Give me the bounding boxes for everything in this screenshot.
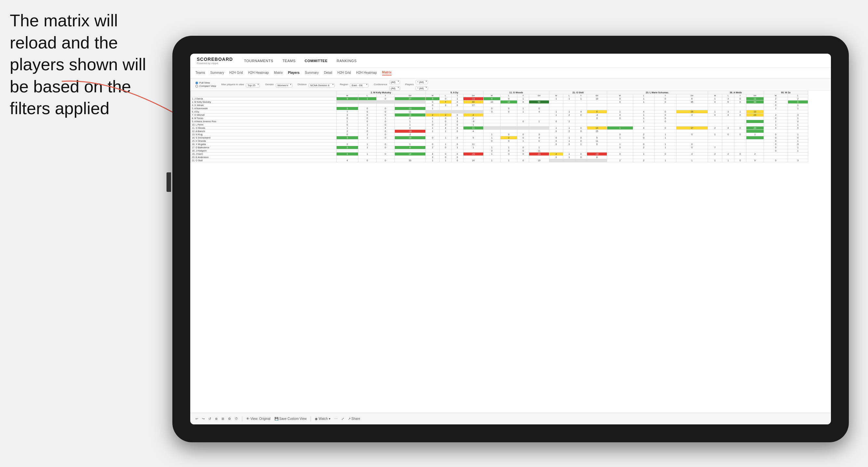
cell: 0 [358, 120, 376, 123]
sh-d5: Dif [676, 94, 708, 97]
cell: 0 [452, 156, 463, 159]
cell [587, 159, 607, 162]
subnav-detail[interactable]: Detail [324, 71, 332, 75]
subnav-summary2[interactable]: Summary [305, 71, 319, 75]
cell: 1 [358, 123, 376, 126]
cell: 0 [549, 136, 563, 139]
table-row: 13. N Klug 0 1 0 -2 1 0 0 3 [191, 133, 808, 136]
subnav-h2h-heatmap[interactable]: H2H Heatmap [248, 71, 269, 75]
cell: 1 [575, 143, 587, 146]
gender-label: Gender [265, 83, 274, 86]
conference-select1[interactable]: (All) [389, 80, 400, 84]
cell: 4 [463, 130, 483, 133]
more-button[interactable]: ⋯ [334, 417, 338, 421]
compact-view-radio[interactable]: Compact View [195, 85, 216, 88]
subnav-h2h-heatmap2[interactable]: H2H Heatmap [356, 71, 377, 75]
cell: 0 [376, 159, 395, 162]
nav-tournaments[interactable]: TOURNAMENTS [243, 58, 275, 63]
cell [336, 104, 358, 107]
subnav-h2h-grid[interactable]: H2H Grid [229, 71, 243, 75]
cell [676, 139, 708, 143]
region-select[interactable]: East - DII West - DII South - DII [350, 83, 369, 88]
cell: 0 [676, 133, 708, 136]
sh-l1: L [358, 94, 376, 97]
subnav-summary[interactable]: Summary [210, 71, 224, 75]
cell: 1 [358, 153, 376, 156]
cell: 1 [440, 159, 452, 162]
cell: 1 [633, 100, 655, 104]
cell [722, 104, 734, 107]
cell: 0 [587, 110, 607, 114]
cell: 0 [549, 156, 563, 159]
subnav-h2h-grid2[interactable]: H2H Grid [338, 71, 351, 75]
cell: 0 [358, 117, 376, 120]
settings-button[interactable]: ⚙ [228, 417, 231, 421]
subnav-players[interactable]: Players [288, 71, 300, 75]
cell: 0 [336, 117, 358, 120]
table-row: 1. J Garcia 3 1 0 27 3 0 1 -11 4 0 1 1 [191, 97, 808, 100]
cell [708, 123, 722, 126]
nav-committee[interactable]: COMMITTEE [303, 58, 329, 63]
watch-button[interactable]: ◉ Watch ▾ [315, 417, 331, 421]
redo-button[interactable]: ↪ [202, 417, 205, 421]
full-view-radio[interactable]: Full View [195, 81, 216, 84]
players-select1[interactable]: * (All) [415, 80, 428, 84]
cell: 2 [722, 153, 734, 156]
conference-select2[interactable]: (All) [389, 86, 400, 90]
cell [746, 156, 764, 159]
cell [708, 143, 722, 146]
cell: 1 [788, 117, 808, 120]
cell: 3 [500, 153, 517, 156]
cell: 13 [746, 110, 764, 114]
gender-select[interactable]: Women's Men's [276, 83, 292, 88]
cell [425, 149, 440, 153]
cell: 1 [563, 126, 575, 130]
cell [563, 100, 575, 104]
zoom-button[interactable]: ⊕ [215, 417, 218, 421]
layout-button[interactable]: ⊞ [221, 417, 224, 421]
view-original-button[interactable]: 👁 View: Original [246, 417, 271, 421]
cell: -31 [529, 153, 549, 156]
nav-teams[interactable]: TEAMS [281, 58, 297, 63]
cell [676, 149, 708, 153]
cell [440, 133, 452, 136]
cell: 0 [563, 143, 575, 146]
cell: 40 [463, 100, 483, 104]
subnav-teams[interactable]: Teams [195, 71, 205, 75]
subnav-matrix[interactable]: Matrix [274, 71, 283, 75]
cell: 0 [575, 156, 587, 159]
cell [655, 149, 677, 153]
save-custom-button[interactable]: 💾 Save Custom View [275, 417, 307, 421]
subnav-matrix2[interactable]: Matrix [382, 70, 392, 75]
nav-rankings[interactable]: RANKINGS [335, 58, 358, 63]
cell: 0 [764, 143, 788, 146]
table-row: 20. E Andersson 2 0 0 0 [191, 156, 808, 159]
compact-view-radio-dot [195, 85, 198, 88]
cell: 0 [549, 143, 563, 146]
cell [463, 139, 483, 143]
sh-d6: Dif [746, 94, 764, 97]
clock-button[interactable]: ⏱ [235, 417, 238, 421]
cell [549, 146, 563, 149]
fullscreen-button[interactable]: ⤢ [341, 417, 344, 421]
gender-filter: Gender Women's Men's [265, 82, 292, 88]
cell: -11 [395, 107, 425, 110]
cell [336, 100, 358, 104]
cell: 0 [788, 126, 808, 130]
cell [376, 104, 395, 107]
cell [395, 149, 425, 153]
division-select[interactable]: NCAA Division II NCAA Division I NCAA Di… [309, 83, 335, 88]
max-players-select[interactable]: Top 25 Top 10 Top 50 [246, 83, 260, 88]
cell [734, 130, 746, 133]
cell: 0 [500, 139, 517, 143]
cell: 0 [788, 120, 808, 123]
cell [529, 123, 549, 126]
players-select2[interactable]: * (All) [415, 86, 428, 90]
cell: 0 [764, 159, 788, 162]
share-button[interactable]: ↗ Share [348, 417, 360, 421]
cell: 9 [746, 159, 764, 162]
cell: 1 [633, 114, 655, 117]
cell: 0 [676, 146, 708, 149]
refresh-button[interactable]: ↺ [209, 417, 211, 421]
undo-button[interactable]: ↩ [195, 417, 198, 421]
